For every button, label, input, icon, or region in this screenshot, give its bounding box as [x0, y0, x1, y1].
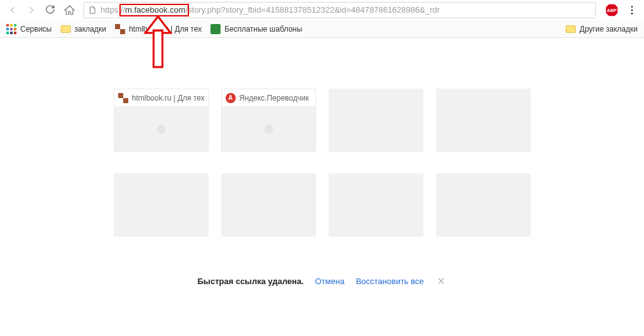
toast-message: Быстрая ссылка удалена. [198, 277, 304, 286]
menu-button[interactable] [624, 1, 640, 19]
tile-empty[interactable] [436, 89, 531, 152]
bookmark-folder-zakladki[interactable]: закладки [61, 25, 106, 34]
folder-icon [61, 25, 71, 33]
address-bar[interactable]: https://m.facebook.com/story.php?story_f… [83, 2, 596, 18]
bookmark-apps-label: Сервисы [20, 25, 52, 34]
tile-yandex-translate[interactable]: A Яндекс.Переводчик [221, 89, 316, 152]
back-button[interactable] [4, 1, 21, 19]
htmlbook-favicon-icon [118, 93, 128, 103]
apps-icon [6, 24, 16, 34]
toast-restore-all-link[interactable]: Восстановить все [356, 277, 423, 286]
bookmark-apps[interactable]: Сервисы [6, 24, 52, 34]
tile-empty[interactable] [329, 89, 423, 152]
bookmark-zakladki-label: закладки [75, 25, 106, 34]
site-favicon-icon [210, 24, 221, 34]
url-host: m.facebook.com [125, 5, 185, 15]
address-url: https://m.facebook.com/story.php?story_f… [100, 5, 440, 15]
tile-empty[interactable] [329, 173, 423, 237]
tile-label: Яндекс.Переводчик [240, 94, 309, 103]
bookmark-templates-label: Бесплатные шаблоны [224, 25, 302, 34]
svg-point-3 [631, 9, 633, 10]
url-scheme: https:// [100, 5, 125, 15]
htmlbook-favicon-icon [115, 24, 125, 34]
bookmark-other-folder[interactable]: Другие закладки [566, 25, 638, 34]
most-visited-grid: htmlbook.ru | Для тех A Яндекс.Переводчи… [114, 89, 531, 237]
bookmark-other-label: Другие закладки [580, 25, 638, 34]
forward-button[interactable] [23, 1, 40, 19]
thumbnail-placeholder-icon [157, 125, 166, 134]
page-info-icon[interactable] [88, 6, 97, 15]
reload-button[interactable] [42, 1, 59, 19]
thumbnail-placeholder-icon [264, 125, 273, 134]
undo-toast: Быстрая ссылка удалена. Отмена Восстанов… [198, 275, 447, 287]
tile-htmlbook[interactable]: htmlbook.ru | Для тех [114, 89, 209, 152]
tile-label: htmlbook.ru | Для тех [132, 94, 205, 103]
svg-point-2 [631, 6, 633, 7]
folder-icon [566, 25, 576, 33]
toast-close-button[interactable] [435, 275, 447, 287]
yandex-favicon-icon: A [226, 93, 236, 103]
tile-empty[interactable] [436, 173, 531, 237]
tile-empty[interactable] [221, 173, 316, 237]
bookmark-htmlbook[interactable]: htmlbook.ru | Для тех [115, 24, 202, 34]
svg-point-4 [631, 13, 633, 14]
toast-undo-link[interactable]: Отмена [315, 277, 344, 286]
bookmark-htmlbook-label: htmlbook.ru | Для тех [129, 25, 202, 34]
tile-empty[interactable] [114, 173, 209, 237]
svg-text:ABP: ABP [607, 7, 617, 13]
abp-extension-icon[interactable]: ABP [605, 3, 619, 17]
url-rest: /story.php?story_fbid=415881378512322&id… [185, 5, 439, 15]
bookmark-templates[interactable]: Бесплатные шаблоны [210, 24, 302, 34]
home-button[interactable] [61, 1, 78, 19]
